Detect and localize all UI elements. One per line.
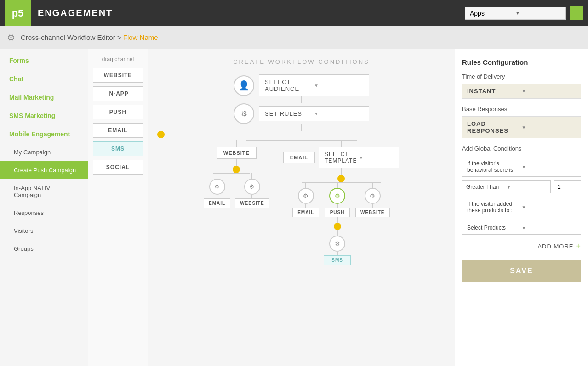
email-tag-main[interactable]: EMAIL <box>283 152 315 163</box>
base-responses-label: Base Responses <box>462 106 581 113</box>
branch-dot-3 <box>337 175 345 182</box>
sms-tag[interactable]: SMS <box>324 255 351 265</box>
greater-than-caret: ▼ <box>507 185 547 190</box>
sidebar-item-sms-marketing[interactable]: SMS Marketing <box>0 107 88 125</box>
sidebar-item-in-app-nativ[interactable]: In-App NATIV Campaign <box>0 179 88 204</box>
breadcrumb: Cross-channel Workflow Editor > Flow Nam… <box>21 34 158 41</box>
add-more-icon: + <box>576 242 581 251</box>
select-template-caret: ▼ <box>359 155 393 160</box>
email-tag-2[interactable]: EMAIL <box>292 208 319 217</box>
instant-dropdown[interactable]: INSTANT ▼ <box>462 84 581 99</box>
website-tag-3[interactable]: WEBSITE <box>355 208 390 217</box>
rules-title: Rules Configuration <box>462 58 581 66</box>
apps-dropdown[interactable]: Apps ▼ <box>465 7 566 20</box>
main-layout: Forms Chat Mail Marketing SMS Marketing … <box>0 49 588 366</box>
condition-value-input[interactable] <box>554 180 581 193</box>
drag-channel-panel: drag channel WEBSITE IN-APP PUSH EMAIL S… <box>88 49 148 366</box>
drag-panel-title: drag channel <box>93 56 143 62</box>
select-products-dropdown[interactable]: Select Products ▼ <box>462 221 581 235</box>
set-rules-box[interactable]: SET RULES ▼ <box>259 106 369 121</box>
logo: p5 <box>5 0 31 26</box>
save-button[interactable]: SAVE <box>462 260 581 282</box>
sidebar-item-chat[interactable]: Chat <box>0 70 88 88</box>
select-template-box[interactable]: SELECT TEMPLATE ▼ <box>319 147 399 168</box>
connector-website-v2 <box>236 159 237 166</box>
sidebar-item-mail-marketing[interactable]: Mail Marketing <box>0 88 88 107</box>
workflow-tree: 👤 SELECT AUDIENCE ▼ ⚙ SET RULES ▼ <box>157 74 445 366</box>
canvas-title: CREATE WORKFLOW CONDITIONS <box>157 58 445 65</box>
sidebar-item-mobile-engagement[interactable]: Mobile Engagement <box>0 125 88 143</box>
channel-btn-sms[interactable]: SMS <box>93 141 143 156</box>
connector-email-v <box>341 140 342 147</box>
website-tag-2[interactable]: WEBSITE <box>235 198 269 208</box>
flow-name[interactable]: Flow Name <box>123 34 158 41</box>
branch-dot-1 <box>157 131 165 138</box>
gear-website-sub: ⚙ <box>244 179 260 195</box>
select-audience-box[interactable]: SELECT AUDIENCE ▼ <box>259 74 369 96</box>
app-title: ENGAGEMENT <box>38 8 465 18</box>
user-node: 👤 <box>234 75 254 96</box>
apps-caret-icon: ▼ <box>515 11 561 16</box>
connector-v2 <box>301 124 302 131</box>
gear-email-2: ⚙ <box>298 188 314 204</box>
header: p5 ENGAGEMENT Apps ▼ <box>0 0 588 26</box>
behavioral-score-dropdown[interactable]: If the visitor's behavioral score is ▼ <box>462 157 581 177</box>
gear-push-green: ⚙ <box>329 188 345 204</box>
sidebar-item-create-push[interactable]: Create Push Campaign <box>0 161 88 179</box>
channel-btn-email[interactable]: EMAIL <box>93 123 143 138</box>
products-condition-caret: ▼ <box>522 205 577 210</box>
add-more-row[interactable]: ADD MORE + <box>462 242 581 251</box>
load-responses-dropdown[interactable]: LOAD RESPONSES ▼ <box>462 116 581 138</box>
sidebar-item-groups[interactable]: Groups <box>0 240 88 258</box>
sidebar-item-forms[interactable]: Forms <box>0 51 88 70</box>
greater-than-dropdown[interactable]: Greater Than ▼ <box>462 180 551 193</box>
condition-operator-row: Greater Than ▼ <box>462 180 581 193</box>
push-tag[interactable]: PUSH <box>325 208 350 217</box>
sub-header: ⚙ Cross-channel Workflow Editor > Flow N… <box>0 26 588 49</box>
add-global-conditions-label: Add Global Conditions <box>462 145 581 152</box>
set-rules-gear: ⚙ <box>234 103 254 124</box>
channel-btn-social[interactable]: SOCIAL <box>93 160 143 175</box>
settings-icon: ⚙ <box>7 32 15 43</box>
sidebar-item-visitors[interactable]: Visitors <box>0 222 88 240</box>
gear-sms: ⚙ <box>329 236 345 252</box>
products-condition-dropdown[interactable]: If the visitor added these products to :… <box>462 197 581 217</box>
sidebar-item-my-campaign[interactable]: My Campaign <box>0 143 88 161</box>
sidebar: Forms Chat Mail Marketing SMS Marketing … <box>0 49 88 366</box>
sidebar-item-responses[interactable]: Responses <box>0 204 88 222</box>
email-tag-1[interactable]: EMAIL <box>204 198 230 208</box>
connector-v1 <box>301 96 302 103</box>
gear-email-left: ⚙ <box>209 179 225 195</box>
time-of-delivery-label: Time of Delivery <box>462 73 581 80</box>
connector-website-v <box>236 140 237 147</box>
select-products-caret: ▼ <box>522 225 577 231</box>
load-responses-caret-icon: ▼ <box>522 125 577 130</box>
select-audience-caret: ▼ <box>314 83 363 88</box>
channel-btn-in-app[interactable]: IN-APP <box>93 86 143 101</box>
rules-panel: Rules Configuration Time of Delivery INS… <box>455 49 588 366</box>
push-dot <box>334 223 341 230</box>
website-tag[interactable]: WEBSITE <box>217 147 257 159</box>
gear-website-3: ⚙ <box>365 188 381 204</box>
hline-right <box>302 140 357 141</box>
workflow-canvas: CREATE WORKFLOW CONDITIONS 👤 SELECT AUDI… <box>148 49 455 366</box>
green-square-indicator <box>570 6 583 20</box>
set-rules-caret: ▼ <box>314 111 363 116</box>
branch-dot-2 <box>233 166 240 173</box>
channel-btn-website[interactable]: WEBSITE <box>93 68 143 83</box>
channel-btn-push[interactable]: PUSH <box>93 105 143 119</box>
hline-left <box>246 140 302 141</box>
hline-sub-right <box>227 173 250 174</box>
instant-caret-icon: ▼ <box>522 89 577 94</box>
behavioral-score-caret: ▼ <box>522 164 577 169</box>
